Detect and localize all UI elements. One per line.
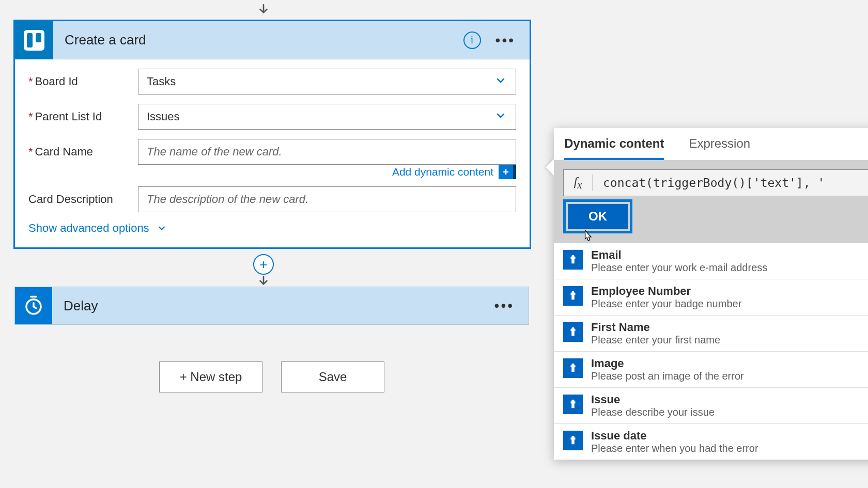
delay-title: Delay — [64, 298, 494, 314]
dynamic-content-popup: Dynamic content Expression fx concat(tri… — [554, 128, 868, 460]
dynamic-item-title: Email — [591, 248, 868, 262]
dynamic-item-desc: Please describe your issue — [591, 406, 868, 418]
input-icon — [563, 286, 583, 306]
input-icon — [563, 322, 583, 342]
add-step-inline-button[interactable]: + — [253, 254, 274, 275]
action-card-create: Create a card i ••• *Board Id *Parent Li… — [13, 20, 531, 249]
input-icon — [563, 395, 583, 414]
add-dynamic-content-link[interactable]: Add dynamic content — [392, 166, 493, 178]
info-icon[interactable]: i — [463, 32, 481, 49]
input-icon — [563, 250, 583, 270]
more-icon[interactable]: ••• — [494, 297, 514, 314]
dynamic-content-item[interactable]: Employee NumberPlease enter your badge n… — [554, 279, 868, 315]
card-name-label: *Card Name — [28, 145, 138, 159]
dynamic-item-title: Issue date — [591, 429, 868, 443]
add-dynamic-content-button[interactable]: + — [499, 165, 513, 179]
show-advanced-options[interactable]: Show advanced options — [28, 222, 516, 235]
show-advanced-label: Show advanced options — [28, 222, 149, 235]
dynamic-item-desc: Please enter your work e-mail address — [591, 262, 868, 274]
dynamic-content-item[interactable]: EmailPlease enter your work e-mail addre… — [554, 243, 868, 279]
trello-icon — [15, 21, 53, 59]
expression-text: concat(triggerBody()['text'], ' — [593, 176, 868, 190]
more-icon[interactable]: ••• — [495, 32, 515, 49]
popup-pointer — [546, 159, 554, 176]
input-icon — [563, 431, 583, 450]
action-header[interactable]: Create a card i ••• — [15, 21, 530, 59]
dynamic-item-desc: Please enter your first name — [591, 334, 868, 346]
dynamic-content-item[interactable]: IssuePlease describe your issue — [554, 387, 868, 423]
tab-dynamic-content[interactable]: Dynamic content — [564, 136, 664, 160]
dynamic-item-desc: Please enter when you had the error — [591, 443, 868, 454]
dynamic-content-item[interactable]: Issue datePlease enter when you had the … — [554, 423, 868, 460]
dynamic-item-title: First Name — [591, 321, 868, 334]
dynamic-content-item[interactable]: ImagePlease post an image of the error — [554, 351, 868, 387]
expression-input[interactable]: fx concat(triggerBody()['text'], ' — [563, 169, 868, 196]
dynamic-item-desc: Please enter your badge number — [591, 298, 868, 310]
card-description-label: Card Description — [28, 193, 138, 206]
connector-arrow-icon — [257, 3, 270, 20]
tab-expression[interactable]: Expression — [689, 136, 750, 160]
input-icon — [563, 358, 583, 378]
action-card-delay[interactable]: Delay ••• — [14, 287, 529, 325]
dynamic-item-desc: Please post an image of the error — [591, 370, 868, 382]
dynamic-item-title: Employee Number — [591, 285, 868, 298]
parent-list-label: *Parent List Id — [28, 110, 138, 123]
board-id-select[interactable] — [138, 69, 516, 95]
fx-icon: fx — [564, 175, 593, 191]
add-dynamic-accent — [513, 165, 516, 179]
dynamic-item-title: Issue — [591, 393, 868, 406]
new-step-button[interactable]: + New step — [159, 361, 262, 392]
board-id-label: *Board Id — [28, 75, 138, 88]
action-title: Create a card — [65, 32, 463, 48]
parent-list-select[interactable] — [138, 104, 516, 130]
save-button[interactable]: Save — [281, 361, 384, 392]
delay-icon — [15, 287, 52, 324]
chevron-down-icon — [157, 223, 167, 233]
card-name-input[interactable] — [138, 139, 516, 165]
dynamic-content-item[interactable]: First NamePlease enter your first name — [554, 315, 868, 351]
dynamic-item-title: Image — [591, 357, 868, 370]
ok-button[interactable]: OK — [568, 204, 628, 229]
card-description-input[interactable] — [138, 186, 516, 212]
